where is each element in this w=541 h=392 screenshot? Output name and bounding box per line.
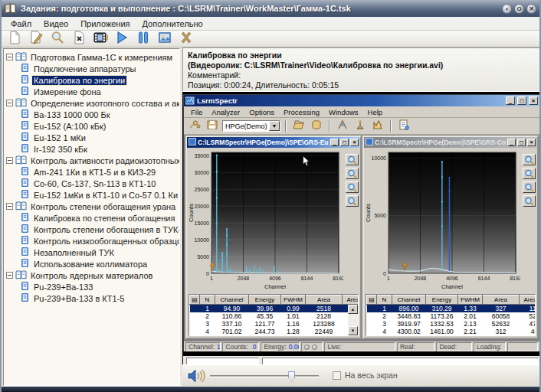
tree-item-2-1[interactable]: Co-60, Cs-137, Sn-113 в КТ1-10: [4, 178, 179, 189]
tree-item-3-0[interactable]: Калибровка по степени обогащения: [4, 212, 179, 224]
search-button[interactable]: [49, 31, 66, 47]
column-header[interactable]: FWHM: [281, 296, 306, 305]
title-bar[interactable]: Задания: подготовка и выполнение : C:\LS…: [2, 0, 539, 17]
column-header[interactable]: Area: [483, 296, 520, 305]
tree-item-3-1[interactable]: Контроль степени обогащения в ТУК-44/5: [4, 224, 179, 235]
fullscreen-option[interactable]: На весь экран: [333, 371, 398, 380]
tree-item-4-0[interactable]: Pu-239+Ba-133: [4, 281, 179, 292]
seek-slider[interactable]: [210, 375, 319, 377]
spectrum-window-0[interactable]: C:\LSRMSpectr\HPGe(Demo)\SPE\GRS-Eu152.s…: [185, 136, 362, 339]
menu-item-2[interactable]: Приложения: [74, 18, 136, 29]
table-row[interactable]: 4701.02244.731.2822449352: [190, 328, 359, 335]
screenshot-button[interactable]: [156, 31, 173, 47]
tree-item-0-0[interactable]: Подключение аппаратуры: [4, 63, 179, 74]
tree-item-0-2[interactable]: Измерение фона: [4, 86, 179, 97]
video-display[interactable]: LsrmSpectr _ □ × FileAnalyzerOptionsProc…: [182, 92, 541, 364]
volume-icon[interactable]: [187, 368, 205, 384]
spectrum-window-1[interactable]: C:\LSRMSpectr\HPGe(Demo)\SPE\GRS-Co60.sp…: [362, 136, 539, 339]
zoom-out-button[interactable]: [346, 168, 359, 179]
column-header[interactable]: Channel: [215, 296, 249, 305]
table-row[interactable]: 33919.971332.532.1352632471: [367, 320, 536, 328]
close-button[interactable]: ✕: [526, 4, 536, 14]
spectrum-window-title-1[interactable]: C:\LSRMSpectr\HPGe(Demo)\SPE\GRS-Co60.sp…: [364, 137, 537, 148]
column-header[interactable]: Area er.: [343, 296, 359, 305]
collapse-icon[interactable]: [6, 157, 13, 164]
child-close-button[interactable]: ×: [527, 139, 536, 146]
tree-item-1-2[interactable]: Eu-152 1 мКи: [4, 132, 179, 143]
table-scrollbar[interactable]: ▲▼: [348, 305, 358, 335]
peak-table-0[interactable]: ▤NChannelEnergyFWHMAreaArea er.C194.9039…: [189, 294, 359, 336]
tree-item-2-0[interactable]: Am-241 1Ки в КТ1-5 и в КИЗ-29: [4, 166, 179, 178]
child-maximize-button[interactable]: □: [340, 139, 349, 146]
delete-document-button[interactable]: [70, 31, 87, 47]
zoom-in-button[interactable]: [346, 154, 359, 165]
collapse-icon[interactable]: [6, 203, 13, 210]
lsrm-title: LsrmSpectr: [197, 96, 238, 105]
table-row[interactable]: 194.9039.960.992518211: [190, 305, 359, 313]
tree-group-1[interactable]: Определение изотопного состава и активно…: [4, 97, 179, 109]
child-minimize-button[interactable]: _: [330, 139, 339, 146]
tree-item-1-3[interactable]: Ir-192 350 кБк: [4, 143, 179, 155]
video-clip-button[interactable]: [92, 31, 109, 47]
tree-group-3[interactable]: Контроль степени обогащения урана: [4, 201, 179, 212]
save-button: [205, 119, 220, 133]
tree-item-1-0[interactable]: Ba-133 1000 000 Бк: [4, 109, 179, 120]
child-minimize-button[interactable]: _: [507, 139, 516, 146]
column-header[interactable]: Energy: [426, 296, 458, 305]
peak-table-1[interactable]: ▤NChannelEnergyFWHMAreaArea er.C1896.003…: [366, 294, 536, 336]
tree-item-0-1[interactable]: Калибровка по энергии: [4, 74, 179, 86]
collapse-icon[interactable]: [6, 54, 13, 60]
slider-thumb[interactable]: [288, 371, 295, 382]
column-header[interactable]: N: [377, 296, 392, 305]
edit-document-button[interactable]: [28, 31, 44, 47]
tree-group-2[interactable]: Контроль активности радиоизотопных источ…: [4, 155, 179, 166]
scroll-down-icon[interactable]: ▼: [348, 326, 358, 335]
table-cell: 310.29: [426, 305, 458, 313]
spectrum-window-title-0[interactable]: C:\LSRMSpectr\HPGe(Demo)\SPE\GRS-Eu152.s…: [187, 137, 360, 148]
spectrum-chart-0[interactable]: 0500010000150002000025000300003500012048…: [187, 148, 360, 293]
collapse-icon[interactable]: [6, 272, 13, 279]
menu-item-1[interactable]: Видео: [38, 18, 74, 29]
table-row[interactable]: 3337.10121.771.16123288827: [190, 320, 359, 328]
tree-group-4[interactable]: Контроль ядерных материалов: [4, 270, 179, 281]
tree-item-2-2[interactable]: Eu-152 1мКи в КТ1-10 и Co-57 0.1 Ки в КТ…: [4, 189, 179, 201]
scroll-up-icon[interactable]: ▲: [348, 305, 358, 314]
zoom-out-button[interactable]: [523, 168, 536, 179]
tree-item-4-1[interactable]: Pu-239+Ba-133 в КТ1-5: [4, 292, 179, 304]
zoom-x-button[interactable]: [346, 181, 359, 193]
zoom-y-button[interactable]: [346, 195, 359, 207]
menu-item-0[interactable]: Файл: [5, 18, 38, 29]
child-maximize-button[interactable]: □: [517, 139, 526, 146]
column-header[interactable]: Area er.: [520, 296, 536, 305]
column-header[interactable]: Energy: [249, 296, 281, 305]
pause-button[interactable]: [135, 31, 152, 47]
maximize-button[interactable]: O: [514, 4, 524, 14]
fullscreen-checkbox[interactable]: [333, 371, 341, 380]
tree-item-1-1[interactable]: Eu-152 (A:100 кБк): [4, 120, 179, 132]
column-header[interactable]: Channel: [392, 296, 426, 305]
child-close-button[interactable]: ×: [350, 139, 359, 146]
zoom-y-button[interactable]: [523, 195, 536, 207]
table-row[interactable]: 44300.021461.002.2131240: [367, 328, 536, 335]
spectrum-chart-1[interactable]: 050001000012048409661448192ChannelCounts: [364, 148, 537, 293]
table-row[interactable]: 23448.831173.262.0160058529: [367, 312, 536, 320]
table-row[interactable]: 1896.00310.291.33327117: [367, 305, 536, 313]
menu-item-3[interactable]: Дополнительно: [136, 18, 209, 29]
lsrm-maximize-button: □: [517, 96, 526, 105]
zoom-in-button[interactable]: [523, 154, 536, 165]
table-row[interactable]: 5: [190, 335, 359, 336]
column-header[interactable]: N: [200, 296, 215, 305]
column-header[interactable]: FWHM: [458, 296, 483, 305]
table-row[interactable]: 2110.8645.351.012128206: [190, 312, 359, 320]
minimize-button[interactable]: •: [502, 4, 512, 14]
close-task-button[interactable]: [178, 31, 195, 47]
tree-group-0[interactable]: Подготовка Гамма-1С к измерениям: [4, 51, 179, 63]
collapse-icon[interactable]: [6, 100, 13, 106]
column-header[interactable]: Area: [306, 296, 343, 305]
tree-item-3-3[interactable]: Незаполненный ТУК: [4, 247, 179, 258]
new-document-button[interactable]: [6, 31, 23, 47]
tree-item-3-4[interactable]: Использование коллиматора: [4, 258, 179, 270]
play-button[interactable]: [113, 31, 130, 47]
tree-item-3-2[interactable]: Контроль низкообогащенных образцов: [4, 235, 179, 247]
zoom-x-button[interactable]: [523, 181, 536, 193]
